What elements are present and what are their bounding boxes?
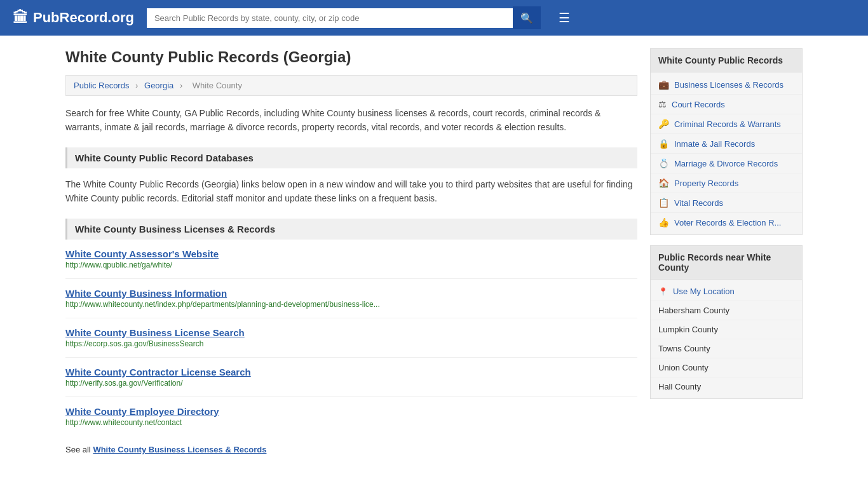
- sidebar-section-records: White County Public Records 💼 Business L…: [650, 48, 803, 235]
- sidebar-icon-6: 📋: [658, 198, 669, 208]
- breadcrumb-white-county: White County: [193, 81, 242, 90]
- db-section-heading: White County Public Record Databases: [65, 147, 637, 168]
- search-icon: 🔍: [520, 13, 533, 24]
- link-item: White County Business Information http:/…: [65, 288, 637, 318]
- link-item: White County Business License Search htt…: [65, 327, 637, 358]
- sidebar-item-6[interactable]: 📋 Vital Records: [651, 193, 802, 213]
- link-title-0[interactable]: White County Assessor's Website: [65, 248, 637, 259]
- main-container: White County Public Records (Georgia) Pu…: [53, 36, 815, 467]
- sidebar-icon-0: 💼: [658, 79, 669, 90]
- sidebar-items: 💼 Business Licenses & Records ⚖ Court Re…: [651, 72, 802, 234]
- sidebar-icon-2: 🔑: [658, 119, 669, 129]
- link-url-0[interactable]: http://www.qpublic.net/ga/white/: [65, 261, 637, 269]
- logo-text: PubRecord.org: [33, 10, 134, 26]
- search-button[interactable]: 🔍: [513, 6, 541, 29]
- sidebar: White County Public Records 💼 Business L…: [650, 48, 803, 454]
- sidebar-item-label-5: Property Records: [674, 179, 738, 188]
- sidebar-icon-3: 🔒: [658, 139, 669, 149]
- link-item: White County Contractor License Search h…: [65, 367, 637, 397]
- sidebar-section-nearby: Public Records near White County 📍 Use M…: [650, 245, 803, 399]
- sidebar-item-4[interactable]: 💍 Marriage & Divorce Records: [651, 154, 802, 173]
- sidebar-item-label-3: Inmate & Jail Records: [674, 139, 755, 149]
- sidebar-section-1-title: White County Public Records: [651, 49, 802, 72]
- links-list: White County Assessor's Website http://w…: [65, 248, 637, 436]
- nearby-label-3: Towns County: [658, 344, 710, 353]
- sidebar-item-label-4: Marriage & Divorce Records: [674, 159, 778, 168]
- logo[interactable]: 🏛 PubRecord.org: [13, 9, 134, 27]
- nearby-item-5[interactable]: Hall County: [651, 377, 802, 396]
- nearby-item-0[interactable]: 📍 Use My Location: [651, 282, 802, 301]
- link-title-3[interactable]: White County Contractor License Search: [65, 367, 637, 377]
- nearby-item-2[interactable]: Lumpkin County: [651, 320, 802, 339]
- sidebar-item-label-7: Voter Records & Election R...: [674, 218, 781, 227]
- sidebar-item-label-1: Court Records: [672, 100, 725, 109]
- breadcrumb-sep-1: ›: [135, 81, 140, 90]
- link-url-1[interactable]: http://www.whitecounty.net/index.php/dep…: [65, 300, 637, 309]
- sidebar-item-2[interactable]: 🔑 Criminal Records & Warrants: [651, 114, 802, 134]
- page-description: Search for free White County, GA Public …: [65, 106, 637, 135]
- link-title-2[interactable]: White County Business License Search: [65, 327, 637, 338]
- nearby-items: 📍 Use My Location Habersham CountyLumpki…: [651, 280, 802, 398]
- sidebar-item-label-6: Vital Records: [674, 198, 723, 208]
- menu-button[interactable]: ☰: [553, 8, 575, 28]
- breadcrumb-georgia[interactable]: Georgia: [144, 81, 173, 90]
- sidebar-icon-1: ⚖: [658, 99, 667, 109]
- link-title-4[interactable]: White County Employee Directory: [65, 406, 637, 417]
- see-all-link[interactable]: White County Business Licenses & Records: [93, 445, 266, 454]
- link-item: White County Assessor's Website http://w…: [65, 248, 637, 279]
- sidebar-item-5[interactable]: 🏠 Property Records: [651, 173, 802, 193]
- link-item: White County Employee Directory http://w…: [65, 406, 637, 436]
- breadcrumb-public-records[interactable]: Public Records: [74, 81, 129, 90]
- logo-icon: 🏛: [13, 9, 28, 27]
- breadcrumb: Public Records › Georgia › White County: [65, 75, 637, 96]
- sidebar-item-0[interactable]: 💼 Business Licenses & Records: [651, 75, 802, 95]
- nearby-label-4: Union County: [658, 363, 709, 372]
- nearby-label-0: Use My Location: [673, 287, 735, 296]
- hamburger-icon: ☰: [559, 11, 570, 25]
- sidebar-section-2-title: Public Records near White County: [651, 246, 802, 280]
- nearby-item-3[interactable]: Towns County: [651, 339, 802, 358]
- sidebar-icon-5: 🏠: [658, 178, 669, 188]
- link-url-3[interactable]: http://verify.sos.ga.gov/Verification/: [65, 379, 637, 388]
- search-input[interactable]: [147, 8, 513, 28]
- see-all: See all White County Business Licenses &…: [65, 445, 637, 454]
- biz-section-heading: White County Business Licenses & Records: [65, 219, 637, 240]
- link-url-2[interactable]: https://ecorp.sos.ga.gov/BusinessSearch: [65, 339, 637, 348]
- page-title: White County Public Records (Georgia): [65, 48, 637, 66]
- breadcrumb-sep-2: ›: [180, 81, 185, 90]
- db-description: The White County Public Records (Georgia…: [65, 177, 637, 206]
- sidebar-item-label-0: Business Licenses & Records: [674, 80, 783, 90]
- nearby-label-1: Habersham County: [658, 306, 729, 315]
- nearby-label-5: Hall County: [658, 382, 701, 391]
- sidebar-item-7[interactable]: 👍 Voter Records & Election R...: [651, 213, 802, 232]
- link-title-1[interactable]: White County Business Information: [65, 288, 637, 299]
- search-bar: 🔍: [147, 6, 541, 29]
- sidebar-item-1[interactable]: ⚖ Court Records: [651, 95, 802, 114]
- content-area: White County Public Records (Georgia) Pu…: [65, 48, 637, 454]
- sidebar-icon-7: 👍: [658, 217, 669, 227]
- nearby-item-1[interactable]: Habersham County: [651, 301, 802, 320]
- nearby-item-4[interactable]: Union County: [651, 358, 802, 377]
- site-header: 🏛 PubRecord.org 🔍 ☰: [0, 0, 868, 36]
- sidebar-item-label-2: Criminal Records & Warrants: [674, 119, 781, 129]
- sidebar-item-3[interactable]: 🔒 Inmate & Jail Records: [651, 134, 802, 154]
- location-icon-0: 📍: [658, 287, 668, 296]
- sidebar-icon-4: 💍: [658, 158, 669, 168]
- nearby-label-2: Lumpkin County: [658, 325, 718, 334]
- link-url-4[interactable]: http://www.whitecounty.net/contact: [65, 418, 637, 427]
